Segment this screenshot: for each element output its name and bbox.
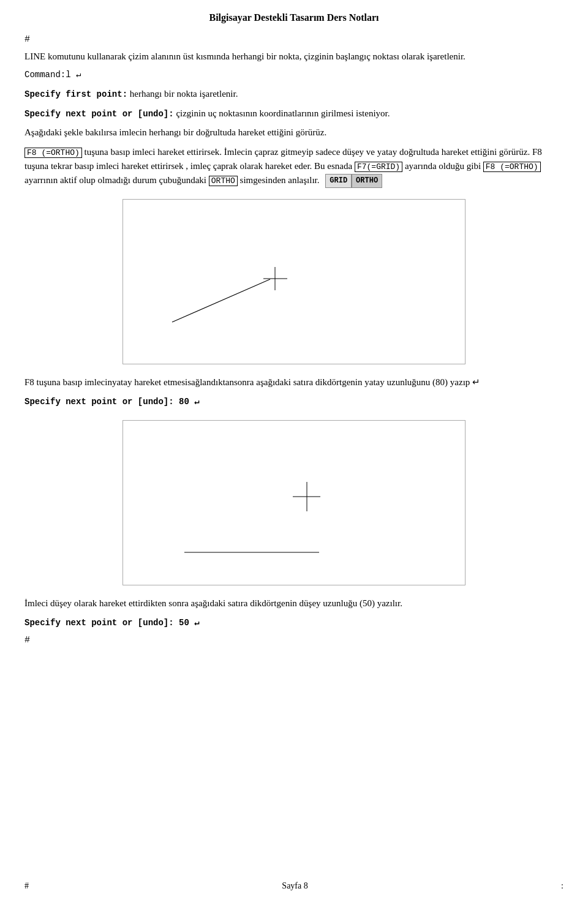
specify-next-3-line: Specify next point or [undo]: 50 ↵	[24, 615, 564, 630]
footer-colon: :	[561, 881, 564, 891]
para-2: Aşağıdaki şekle bakılırsa imlecin herhan…	[24, 126, 564, 140]
grid-badge: GRID	[325, 174, 352, 188]
para-5: İmleci düşey olarak hareket ettirdikten …	[24, 596, 564, 611]
specify-next-label: Specify next point or [undo]:	[24, 109, 174, 119]
specify-next-2-line: Specify next point or [undo]: 80 ↵	[24, 394, 564, 409]
ortho-label: ORTHO	[209, 176, 238, 186]
para-4: F8 tuşuna basıp imlecinyatay hareket etm…	[24, 375, 564, 389]
drawing-area-1	[123, 199, 466, 364]
para3-text-5: simgesinden anlaşılır.	[240, 175, 320, 185]
command-line: Command:l ↵	[24, 69, 564, 82]
specify-first-line: Specify first point: herhangı bir nokta …	[24, 87, 564, 102]
page-label: Sayfa 8	[282, 881, 307, 891]
page-footer: # Sayfa 8 :	[0, 881, 588, 891]
hash-line-1: #	[24, 34, 564, 45]
para-1: LINE komutunu kullanarak çizim alanının …	[24, 50, 564, 64]
grid-ortho-badge: GRID ORTHO	[325, 174, 382, 188]
specify-next-3-label: Specify next point or [undo]: 50 ↵	[24, 618, 200, 628]
specify-next-2-label: Specify next point or [undo]: 80 ↵	[24, 397, 200, 407]
svg-line-0	[172, 279, 270, 322]
hash-line-2: #	[24, 635, 564, 645]
f8-ortho-label-2: F8 (=ORTHO)	[483, 162, 541, 172]
specify-next-rest: çizginin uç noktasının koordinatlarının …	[176, 108, 390, 118]
f8-ortho-label-1: F8 (=ORTHO)	[24, 148, 82, 158]
drawing-svg-1	[123, 200, 465, 364]
footer-hash: #	[24, 881, 29, 891]
para3-text-3: ayarında olduğu gibi	[405, 161, 483, 171]
specify-next-line: Specify next point or [undo]: çizginin u…	[24, 107, 564, 121]
drawing-area-2	[123, 420, 466, 585]
specify-first-label: Specify first point:	[24, 89, 127, 99]
ortho-badge: ORTHO	[352, 174, 382, 188]
specify-first-rest: herhangı bir nokta işaretlenir.	[130, 89, 238, 99]
para3-text-4: ayarrının aktif olup olmadığı durum çubu…	[24, 175, 209, 185]
drawing-svg-2	[123, 421, 465, 585]
page-title: Bilgisayar Destekli Tasarım Ders Notları	[24, 12, 564, 23]
para-3: F8 (=ORTHO) tuşuna basıp imleci hareket …	[24, 145, 564, 188]
f7-grid-label: F7(=GRID)	[355, 162, 402, 172]
